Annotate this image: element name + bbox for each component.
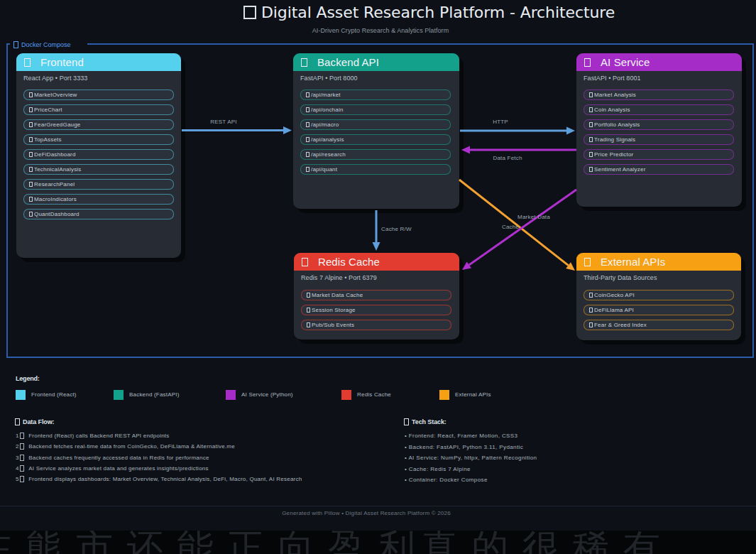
legend-label: Backend (FastAPI) — [129, 391, 180, 398]
missing-glyph-icon — [20, 465, 24, 472]
step-text: Frontend (React) calls Backend REST API … — [28, 433, 169, 439]
tech-stack-item: • AI Service: NumPy, httpx, Pattern Reco… — [405, 454, 537, 461]
tech-stack-item: • Frontend: React, Framer Motion, CSS3 — [405, 432, 517, 439]
arrow-rest-api — [182, 126, 292, 134]
legend-swatch — [439, 390, 449, 400]
data-flow-step: 5Frontend displays dashboards: Market Ov… — [16, 475, 302, 482]
data-flow-heading-text: Data Flow: — [23, 418, 55, 425]
arrow-cache-head — [462, 262, 471, 270]
data-flow-step: 4AI Service analyzes market data and gen… — [16, 465, 209, 472]
tech-stack-item: • Backend: FastAPI, Python 3.11, Pydanti… — [405, 443, 523, 450]
tech-stack-item: • Container: Docker Compose — [405, 476, 488, 483]
video-subtitle-text: 在熊市还能正向盈利 真的很稀有 — [0, 531, 674, 554]
footer-credit: Generated with Pillow • Digital Asset Re… — [0, 510, 733, 516]
footer-divider — [0, 506, 756, 506]
step-text: Backend caches frequently accessed data … — [28, 455, 209, 461]
missing-glyph-icon — [404, 418, 409, 425]
missing-glyph-icon — [20, 455, 24, 461]
missing-glyph-icon — [20, 476, 24, 482]
arrow-cache-rw-head — [373, 242, 380, 251]
step-text: Backend fetches real-time data from Coin… — [28, 443, 235, 450]
step-number: 2 — [16, 443, 19, 450]
missing-glyph-icon — [20, 443, 24, 450]
arrow-label-cache-rw: Cache R/W — [381, 226, 412, 232]
legend-swatch — [114, 390, 124, 400]
data-flow-step: 1Frontend (React) calls Backend REST API… — [16, 432, 170, 439]
legend-swatch — [341, 390, 351, 400]
arrow-data-fetch — [461, 146, 576, 154]
legend-swatch — [16, 390, 26, 400]
step-number: 1 — [16, 433, 19, 439]
step-number: 5 — [16, 476, 19, 482]
video-subtitle-strip: 在熊市还能正向盈利 真的很稀有 — [0, 531, 756, 554]
arrow-data-fetch-head — [461, 146, 470, 154]
data-flow-step: 2Backend fetches real-time data from Coi… — [16, 442, 235, 450]
legend-heading: Legend: — [16, 375, 40, 382]
arrow-label-cache: Cache — [502, 224, 519, 230]
tech-stack-heading: Tech Stack: — [404, 418, 447, 426]
arrow-cache-rw — [373, 210, 380, 251]
step-number: 3 — [16, 455, 19, 461]
arrow-label-market-data: Market Data — [517, 214, 550, 220]
arrow-http-head — [566, 127, 575, 135]
step-number: 4 — [16, 465, 19, 472]
arrow-label-http: HTTP — [493, 119, 508, 125]
data-flow-step: 3Backend caches frequently accessed data… — [16, 454, 209, 461]
legend-label: AI Service (Python) — [241, 391, 293, 398]
step-text: AI Service analyzes market data and gene… — [28, 465, 209, 472]
step-text: Frontend displays dashboards: Market Ove… — [28, 476, 302, 482]
arrow-rest-api-head — [283, 126, 292, 134]
data-flow-heading: Data Flow: — [15, 418, 55, 426]
missing-glyph-icon — [15, 418, 20, 425]
arrow-market-data-line — [459, 180, 569, 266]
missing-glyph-icon — [20, 433, 24, 439]
legend-label: Redis Cache — [357, 391, 391, 398]
architecture-diagram: Digital Asset Research Platform - Archit… — [0, 0, 756, 554]
arrow-http — [460, 127, 575, 135]
legend-swatch — [226, 390, 236, 400]
legend-label: Frontend (React) — [31, 391, 77, 398]
legend-label: External APIs — [455, 391, 491, 398]
tech-stack-heading-text: Tech Stack: — [412, 418, 447, 425]
arrow-label-rest-api: REST API — [210, 119, 236, 125]
tech-stack-item: • Cache: Redis 7 Alpine — [405, 465, 471, 472]
arrow-label-data-fetch: Data Fetch — [493, 155, 522, 161]
